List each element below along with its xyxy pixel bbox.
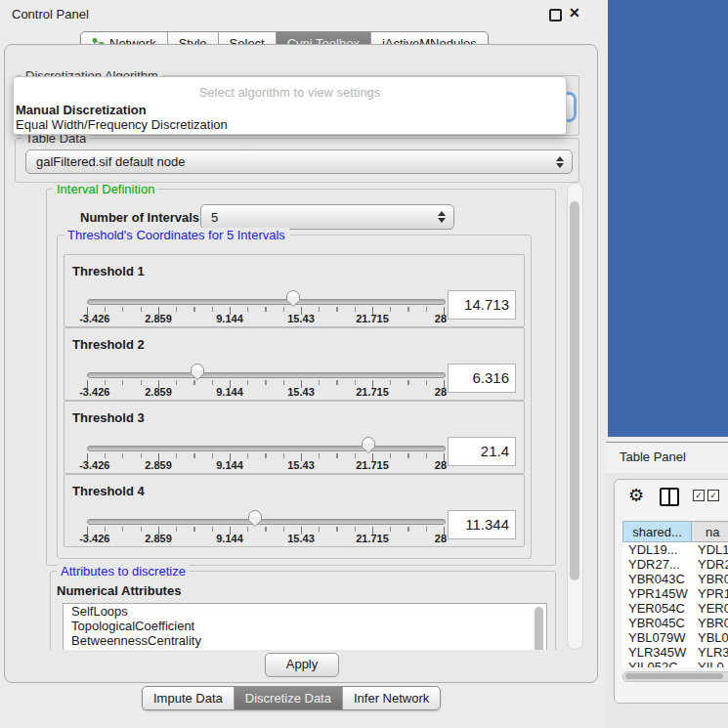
scale-tick-label: 28 (435, 313, 447, 324)
table-row[interactable]: YER054CYER0 (622, 601, 728, 616)
cell-name[interactable]: YBR0 (692, 572, 728, 586)
cell-shared-name[interactable]: YDL19... (622, 542, 692, 557)
table-horizontal-scrollbar[interactable] (622, 671, 728, 682)
table-row[interactable]: YDL19...YDL1 (622, 542, 728, 557)
table-panel-body: ⚙ ✓ ✓ shared... na YDL19...YDL1YDR27...Y… (606, 473, 728, 728)
slider-thumb[interactable] (190, 363, 205, 381)
attribute-list-scrollbar[interactable] (535, 607, 543, 650)
scale-tick-label: 2.859 (145, 386, 172, 398)
table-row[interactable]: YPR145WYPR1 (622, 586, 728, 601)
slider-track[interactable] (87, 446, 446, 451)
scale-tick-label: -3.426 (79, 386, 109, 398)
table-row[interactable]: YBL079WYBL0 (622, 630, 728, 645)
cell-name[interactable]: YER0 (692, 601, 728, 616)
cell-shared-name[interactable]: YBR043C (622, 572, 692, 586)
threshold-label: Threshold 4 (72, 484, 145, 498)
tab-impute-data[interactable]: Impute Data (143, 687, 235, 709)
cell-name[interactable]: YBL0 (692, 630, 728, 645)
scale-tick-label: 9.144 (216, 386, 243, 398)
slider-thumb[interactable] (247, 509, 263, 528)
tab-infer-network[interactable]: Infer Network (343, 687, 440, 709)
attributes-group-label: Attributes to discretize (57, 564, 190, 578)
cell-shared-name[interactable]: YPR145W (622, 586, 692, 601)
cell-name[interactable]: YPR1 (692, 586, 728, 601)
tab-label: Infer Network (354, 691, 429, 706)
column-header-shared-name[interactable]: shared... (622, 521, 692, 542)
table-data-combobox[interactable]: galFiltered.sif default node (25, 150, 573, 174)
table-data-group: Table Data galFiltered.sif default node (15, 138, 579, 183)
cell-shared-name[interactable]: YIL052C (622, 660, 692, 667)
attributes-group: Attributes to discretize Numerical Attri… (50, 571, 556, 650)
thresholds-group-label: Threshold's Coordinates for 5 Intervals (64, 228, 289, 242)
scale-tick-label: 21.715 (356, 533, 389, 544)
cell-name[interactable]: YDL1 (692, 542, 728, 557)
scale-tick-label: 15.43 (287, 313, 315, 324)
number-of-intervals-combobox[interactable]: 5 (200, 204, 454, 230)
checkbox-icon[interactable]: ✓ (707, 490, 719, 501)
attribute-list-item[interactable]: TopologicalCoefficient (64, 619, 546, 633)
settings-scrollbar-thumb[interactable] (570, 201, 579, 580)
table-row[interactable]: YDR27...YDR2 (622, 557, 728, 572)
settings-viewport: Interval Definition Number of Intervals … (13, 183, 583, 650)
cell-name[interactable]: YLR3 (692, 645, 728, 660)
cell-shared-name[interactable]: YBR045C (622, 616, 692, 630)
cell-name[interactable]: YBR0 (692, 616, 728, 630)
float-window-icon[interactable] (549, 9, 562, 21)
table-scrollbar-thumb[interactable] (625, 673, 723, 679)
bottom-tab-bar: Impute DataDiscretize DataInfer Network (142, 686, 441, 710)
scale-tick-label: 21.715 (356, 386, 389, 398)
tab-discretize-data[interactable]: Discretize Data (235, 687, 343, 709)
interval-definition-group: Interval Definition Number of Intervals … (46, 189, 556, 566)
table-row[interactable]: YLR345WYLR3 (622, 645, 728, 660)
gear-icon[interactable]: ⚙ (628, 485, 644, 506)
table-row[interactable]: YBR043CYBR0 (622, 572, 728, 586)
table-row[interactable]: YBR045CYBR0 (622, 616, 728, 630)
scale-tick-label: 9.144 (216, 533, 243, 544)
threshold-label: Threshold 3 (72, 410, 145, 425)
algorithm-option-2[interactable]: Equal Width/Frequency Discretization (14, 117, 566, 132)
scale-tick-label: 15.43 (287, 533, 315, 544)
slider-track[interactable] (87, 372, 446, 378)
slider-track[interactable] (87, 519, 446, 525)
slider-scale-labels: -3.4262.8599.14415.4321.71528 (87, 313, 444, 324)
combo-arrows-icon (438, 211, 446, 223)
column-header-name[interactable]: na (692, 521, 728, 542)
slider-scale-labels: -3.4262.8599.14415.4321.71528 (87, 386, 444, 398)
table-row[interactable]: YIL052CYIL0 (622, 660, 728, 667)
scale-tick-label: 28 (435, 533, 447, 544)
slider-track[interactable] (87, 299, 446, 305)
tab-label: Discretize Data (245, 691, 331, 706)
scale-tick-label: -3.426 (79, 459, 109, 471)
close-icon[interactable]: ✕ (569, 5, 580, 21)
numerical-attributes-list[interactable]: SelfLoopsTopologicalCoefficientBetweenne… (63, 603, 547, 650)
threshold-value-field[interactable]: 14.713 (448, 290, 516, 320)
slider-thumb[interactable] (285, 289, 301, 308)
algorithm-dropdown-popup: Select algorithm to view settings Manual… (13, 76, 567, 135)
settings-scrollbar[interactable] (567, 183, 583, 650)
panel-title: Control Panel (12, 7, 89, 21)
scale-tick-label: -3.426 (79, 313, 109, 324)
numerical-attributes-label: Numerical Attributes (57, 583, 181, 598)
apply-button[interactable]: Apply (265, 653, 339, 677)
scale-tick-label: -3.426 (79, 533, 109, 544)
select-columns-icons[interactable]: ✓ ✓ (693, 490, 719, 501)
thresholds-group: Threshold's Coordinates for 5 Intervals … (57, 235, 532, 559)
cell-shared-name[interactable]: YBL079W (622, 630, 692, 645)
slider-thumb[interactable] (361, 436, 376, 454)
threshold-value-field[interactable]: 6.316 (448, 364, 516, 393)
algorithm-prompt: Select algorithm to view settings (14, 77, 566, 103)
threshold-value-field[interactable]: 11.344 (448, 510, 516, 539)
threshold-value-field[interactable]: 21.4 (448, 437, 516, 466)
attribute-list-item[interactable]: BetweennessCentrality (64, 633, 546, 648)
cell-shared-name[interactable]: YLR345W (622, 645, 692, 660)
cell-shared-name[interactable]: YDR27... (622, 557, 692, 572)
checkbox-icon[interactable]: ✓ (693, 490, 705, 501)
screen: Control Panel ✕ NetworkStyleSelectCyni T… (0, 0, 728, 728)
columns-icon[interactable] (660, 488, 679, 506)
attribute-list-item[interactable]: SelfLoops (64, 604, 546, 619)
cell-name[interactable]: YDR2 (692, 557, 728, 572)
algorithm-option-1[interactable]: Manual Discretization (14, 103, 566, 117)
cell-shared-name[interactable]: YER054C (622, 601, 692, 616)
cell-name[interactable]: YIL0 (692, 660, 728, 667)
scale-tick-label: 15.43 (287, 459, 315, 471)
